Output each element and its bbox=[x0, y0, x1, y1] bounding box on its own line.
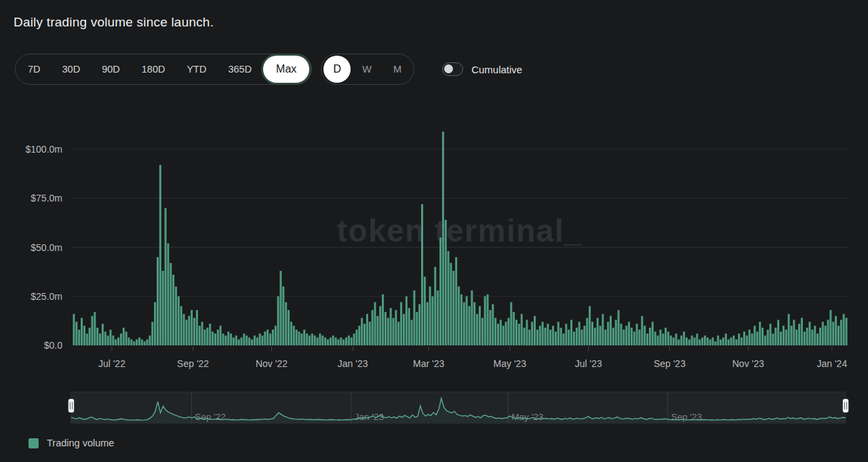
svg-text:$25.0m: $25.0m bbox=[31, 291, 62, 302]
trading-volume-swatch-icon bbox=[28, 438, 39, 448]
svg-text:Nov '23: Nov '23 bbox=[732, 358, 764, 369]
range-30d-button[interactable]: 30D bbox=[52, 54, 92, 84]
svg-text:$100.0m: $100.0m bbox=[26, 144, 62, 155]
granularity-weekly-button[interactable]: W bbox=[351, 54, 382, 84]
trading-volume-bar-chart[interactable]: token terminal_ Jul '22Sep '22Nov '22Jan… bbox=[0, 122, 868, 374]
granularity-monthly-button[interactable]: M bbox=[382, 54, 412, 84]
svg-text:Jul '22: Jul '22 bbox=[98, 358, 125, 369]
range-ytd-button[interactable]: YTD bbox=[176, 54, 217, 84]
svg-text:Sep '22: Sep '22 bbox=[177, 358, 209, 369]
range-7d-button[interactable]: 7D bbox=[17, 54, 52, 84]
range-180d-button[interactable]: 180D bbox=[131, 54, 176, 84]
svg-text:Mar '23: Mar '23 bbox=[413, 358, 444, 369]
brush-left-handle[interactable] bbox=[68, 399, 75, 413]
page-title: Daily trading volume since launch. bbox=[14, 15, 214, 30]
svg-text:Nov '22: Nov '22 bbox=[256, 358, 288, 369]
range-90d-button[interactable]: 90D bbox=[91, 54, 131, 84]
svg-text:Sep '23: Sep '23 bbox=[654, 358, 686, 369]
token-terminal-watermark: token terminal_ bbox=[337, 213, 583, 248]
cumulative-toggle[interactable] bbox=[442, 62, 463, 76]
cumulative-control: Cumulative bbox=[442, 62, 522, 76]
brush-minimap[interactable]: Sep '22Jan '23May '23Sep '23 bbox=[71, 392, 846, 423]
svg-text:$50.0m: $50.0m bbox=[31, 242, 62, 253]
y-axis-labels: $0.0$25.0m$50.0m$75.0m$100.0m bbox=[26, 144, 63, 351]
timeline-brush[interactable]: Sep '22Jan '23May '23Sep '23 bbox=[0, 390, 868, 428]
legend-item-trading-volume[interactable]: Trading volume bbox=[28, 438, 114, 448]
svg-text:$0.0: $0.0 bbox=[44, 340, 62, 351]
granularity-selector: D W M bbox=[321, 54, 414, 85]
x-axis: Jul '22Sep '22Nov '22Jan '23Mar '23May '… bbox=[98, 347, 847, 369]
brush-right-handle[interactable] bbox=[842, 399, 849, 413]
svg-text:Jul '23: Jul '23 bbox=[575, 358, 602, 369]
cumulative-toggle-label: Cumulative bbox=[471, 64, 522, 75]
granularity-daily-button-selected[interactable]: D bbox=[323, 56, 351, 83]
legend-label: Trading volume bbox=[47, 438, 114, 448]
time-range-selector: 7D 30D 90D 180D YTD 365D Max bbox=[15, 54, 312, 85]
svg-text:$75.0m: $75.0m bbox=[31, 193, 62, 204]
svg-text:Jan '23: Jan '23 bbox=[338, 358, 368, 369]
range-max-button-selected[interactable]: Max bbox=[263, 56, 309, 83]
toggle-knob-icon bbox=[444, 64, 453, 73]
chart-controls: 7D 30D 90D 180D YTD 365D Max D W M Cumul… bbox=[15, 54, 522, 85]
svg-text:May '23: May '23 bbox=[494, 358, 527, 369]
range-365d-button[interactable]: 365D bbox=[217, 54, 262, 84]
svg-text:Jan '24: Jan '24 bbox=[816, 358, 847, 369]
